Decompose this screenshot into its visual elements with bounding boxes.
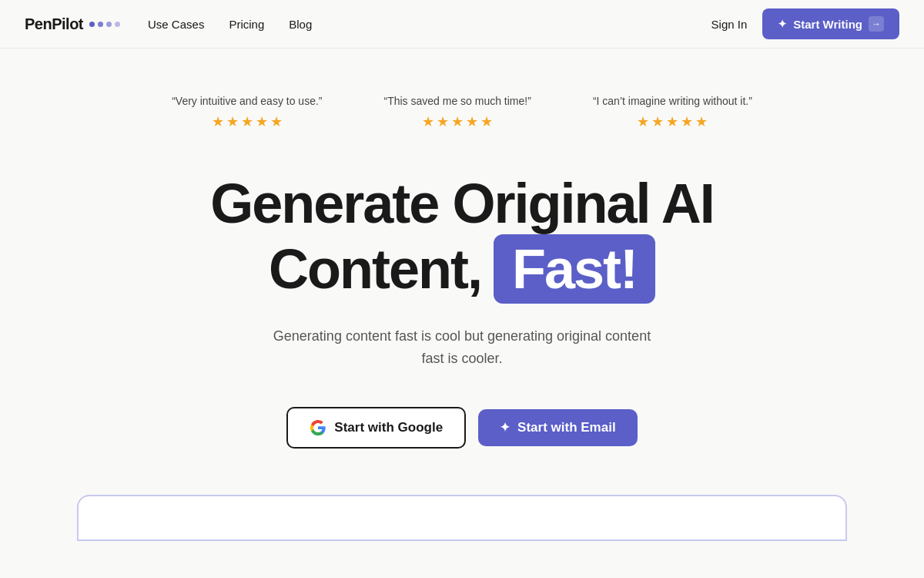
nav-link-use-cases[interactable]: Use Cases xyxy=(148,18,204,31)
star: ★ xyxy=(480,113,493,130)
star: ★ xyxy=(270,113,283,130)
nav-link-pricing[interactable]: Pricing xyxy=(229,18,264,31)
logo-dot-2 xyxy=(98,22,103,27)
bottom-card-preview xyxy=(77,495,847,541)
sign-in-button[interactable]: Sign In xyxy=(711,18,748,31)
cta-buttons: Start with Google ✦ Start with Email xyxy=(286,407,637,449)
hero-subtitle: Generating content fast is cool but gene… xyxy=(270,325,654,370)
star: ★ xyxy=(241,113,253,130)
start-with-google-button[interactable]: Start with Google xyxy=(286,407,466,449)
hero-title-prefix: Content, xyxy=(269,237,481,301)
start-with-email-button[interactable]: ✦ Start with Email xyxy=(478,409,638,446)
testimonial-1: “Very intuitive and easy to use.” ★ ★ ★ … xyxy=(172,95,322,130)
star: ★ xyxy=(451,113,464,130)
start-writing-label: Start Writing xyxy=(793,18,862,31)
navbar: PenPilot Use Cases Pricing Blog Sign In … xyxy=(0,0,924,49)
testimonial-3: “I can’t imagine writing without it.” ★ … xyxy=(593,95,752,130)
nav-link-blog[interactable]: Blog xyxy=(289,18,312,31)
nav-links: Use Cases Pricing Blog xyxy=(148,18,312,31)
arrow-icon: → xyxy=(869,16,884,32)
star: ★ xyxy=(666,113,678,130)
star: ★ xyxy=(256,113,268,130)
star: ★ xyxy=(212,113,224,130)
hero-fast-badge: Fast! xyxy=(494,234,655,304)
star: ★ xyxy=(437,113,449,130)
star: ★ xyxy=(651,113,664,130)
hero-title-line1: Generate Original AI xyxy=(210,173,714,234)
stars-3: ★ ★ ★ ★ ★ xyxy=(637,113,708,130)
logo-dot-3 xyxy=(106,22,112,27)
logo-text: PenPilot xyxy=(25,15,83,33)
testimonial-2: “This saved me so much time!” ★ ★ ★ ★ ★ xyxy=(383,95,531,130)
start-writing-button[interactable]: ✦ Start Writing → xyxy=(762,8,899,39)
star: ★ xyxy=(466,113,478,130)
google-button-label: Start with Google xyxy=(334,420,443,435)
navbar-right: Sign In ✦ Start Writing → xyxy=(711,8,899,39)
email-button-label: Start with Email xyxy=(517,420,616,435)
star: ★ xyxy=(422,113,434,130)
testimonial-text-3: “I can’t imagine writing without it.” xyxy=(593,95,752,107)
stars-2: ★ ★ ★ ★ ★ xyxy=(422,113,493,130)
hero-title-line2: Content, Fast! xyxy=(210,234,714,304)
star: ★ xyxy=(637,113,649,130)
spark-icon: ✦ xyxy=(778,18,787,30)
star: ★ xyxy=(695,113,708,130)
navbar-left: PenPilot Use Cases Pricing Blog xyxy=(25,15,312,33)
testimonial-text-1: “Very intuitive and easy to use.” xyxy=(172,95,322,107)
google-icon xyxy=(310,419,326,436)
testimonial-text-2: “This saved me so much time!” xyxy=(383,95,531,107)
star: ★ xyxy=(226,113,239,130)
logo-dot-1 xyxy=(89,22,95,27)
logo[interactable]: PenPilot xyxy=(25,15,120,33)
email-spark-icon: ✦ xyxy=(500,420,510,435)
stars-1: ★ ★ ★ ★ ★ xyxy=(212,113,283,130)
logo-dot-4 xyxy=(115,22,120,27)
testimonials: “Very intuitive and easy to use.” ★ ★ ★ … xyxy=(116,95,808,130)
hero-heading: Generate Original AI Content, Fast! xyxy=(210,173,714,304)
main-content: “Very intuitive and easy to use.” ★ ★ ★ … xyxy=(0,49,924,572)
star: ★ xyxy=(681,113,693,130)
logo-dots xyxy=(89,22,120,27)
